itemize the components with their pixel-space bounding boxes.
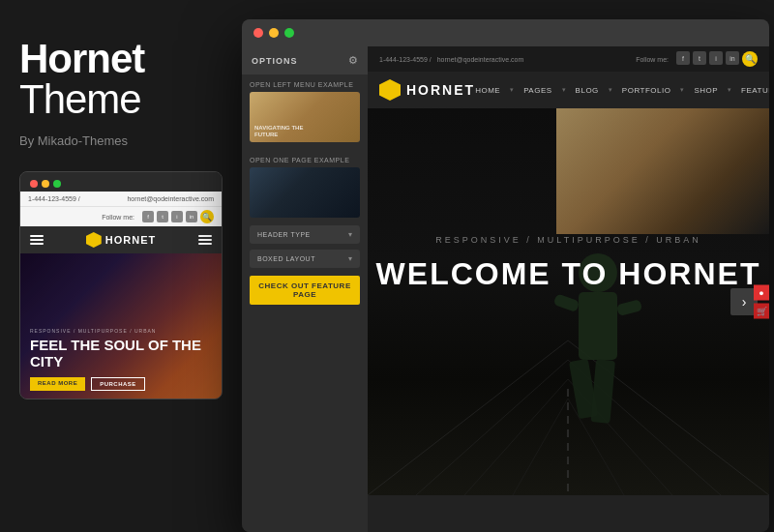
theme-title-light: Theme (19, 79, 213, 120)
hamburger-icon-left[interactable] (30, 235, 44, 245)
site-linkedin-icon[interactable]: in (726, 51, 739, 65)
main-browser-window: OPTIONS ⚙ OPEN LEFT MENU EXAMPLE NAVIGAT… (242, 19, 769, 532)
nav-link-pages[interactable]: PAGES (523, 86, 551, 95)
one-page-preview-img (250, 167, 360, 218)
site-logo-text: HORNET (406, 82, 475, 98)
site-email: hornet@qodeinteractive.com (437, 56, 524, 63)
hero-main-title: WELCOME TO HORNET (376, 256, 761, 292)
twitter-icon: t (157, 211, 168, 222)
header-type-label: HEADER TYPE (257, 231, 311, 238)
hamburger-icon-right[interactable] (198, 235, 212, 245)
mobile-hero-title: FEEL THE SOUL OF THE CITY (30, 338, 222, 369)
boxed-layout-dropdown[interactable]: BOXED LAYOUT ▾ (250, 250, 360, 268)
hero-tagline: RESPONSIVE / MULTIPURPOSE / URBAN (376, 235, 761, 245)
site-logo-hex-icon (379, 79, 401, 101)
purchase-button[interactable]: PURCHASE (91, 377, 145, 391)
mobile-phone: 1-444-123-4559 / (28, 195, 80, 202)
dot-yellow (42, 180, 49, 188)
mobile-hero: RESPONSIVE / MULTIPURPOSE / URBAN FEEL T… (20, 253, 222, 399)
options-header: OPTIONS ⚙ (242, 46, 368, 74)
hero-side-buttons: ● 🛒 (754, 285, 769, 319)
mobile-email: hornet@qodeinteractive.com (127, 195, 214, 202)
site-hero-section: RESPONSIVE / MULTIPURPOSE / URBAN WELCOM… (368, 108, 769, 495)
chevron-down-icon: ▾ (348, 230, 352, 239)
site-nav-links: HOME ▾ PAGES ▾ BLOG ▾ PORTFOLIO ▾ SHOP ▾… (475, 86, 769, 95)
hero-center-content: RESPONSIVE / MULTIPURPOSE / URBAN WELCOM… (376, 235, 761, 292)
nav-link-blog[interactable]: BLOG (576, 86, 599, 95)
mobile-preview-card: 1-444-123-4559 / hornet@qodeinteractive.… (19, 171, 223, 399)
browser-title-bar (242, 19, 769, 46)
browser-dot-green (284, 28, 294, 38)
mobile-hero-text: RESPONSIVE / MULTIPURPOSE / URBAN FEEL T… (30, 328, 222, 369)
svg-rect-10 (579, 292, 617, 360)
mobile-info-bar: 1-444-123-4559 / hornet@qodeinteractive.… (20, 192, 222, 206)
site-phone: 1-444-123-4559 / (379, 56, 432, 63)
one-page-preview[interactable] (250, 167, 360, 218)
theme-author: By Mikado-Themes (19, 133, 213, 148)
read-more-button[interactable]: READ MORE (30, 377, 85, 391)
checkout-feature-button[interactable]: CHECK OUT FEATURE PAGE (250, 276, 360, 305)
dot-red (30, 180, 38, 188)
follow-label: Follow me: (102, 214, 134, 221)
site-follow-label: Follow me: (636, 56, 669, 63)
site-logo: HORNET (379, 79, 475, 101)
instagram-icon: i (171, 211, 183, 222)
nav-link-features[interactable]: FEATURES (741, 86, 769, 95)
site-contact-info: 1-444-123-4559 / hornet@qodeinteractive.… (379, 56, 523, 63)
mobile-logo: HORNET (86, 232, 156, 248)
hero-shoe-image (556, 108, 769, 234)
site-instagram-icon[interactable]: i (709, 51, 723, 65)
left-menu-preview-img: NAVIGATING THEFUTURE (250, 92, 360, 142)
gear-icon[interactable]: ⚙ (348, 54, 358, 67)
browser-dot-yellow (269, 28, 279, 38)
site-facebook-icon[interactable]: f (676, 51, 690, 65)
site-twitter-icon[interactable]: t (693, 51, 706, 65)
mobile-tagline: RESPONSIVE / MULTIPURPOSE / URBAN (30, 328, 222, 334)
site-follow-bar: Follow me: f t i in 🔍 (636, 51, 758, 67)
linkedin-icon: in (186, 211, 197, 222)
browser-dot-red (253, 28, 263, 38)
mobile-hero-buttons: READ MORE PURCHASE (30, 377, 145, 391)
site-top-bar: 1-444-123-4559 / hornet@qodeinteractive.… (368, 46, 769, 72)
social-icons-row: f t i in 🔍 (142, 210, 214, 223)
mobile-window-dots (30, 180, 61, 188)
svg-rect-13 (552, 293, 580, 312)
mobile-nav-bar: HORNET (20, 226, 222, 253)
red-button-top[interactable]: ● (754, 285, 769, 301)
nav-link-home[interactable]: HOME (475, 86, 500, 95)
nav-link-portfolio[interactable]: PORTFOLIO (622, 86, 671, 95)
left-panel: Hornet Theme By Mikado-Themes 1-444-123-… (0, 0, 232, 532)
facebook-icon: f (142, 211, 154, 222)
site-nav-bar: HORNET HOME ▾ PAGES ▾ BLOG ▾ PORTFOLIO ▾… (368, 72, 769, 108)
red-button-bottom[interactable]: 🛒 (754, 304, 769, 319)
chevron-down-icon-2: ▾ (348, 254, 352, 263)
options-label: OPTIONS (252, 56, 298, 66)
open-one-page-label: OPEN ONE PAGE EXAMPLE (242, 150, 368, 167)
site-search-icon[interactable]: 🔍 (742, 51, 758, 67)
mobile-follow-bar: Follow me: f t i in 🔍 (20, 206, 222, 226)
header-type-dropdown[interactable]: HEADER TYPE ▾ (250, 225, 360, 244)
browser-content: OPTIONS ⚙ OPEN LEFT MENU EXAMPLE NAVIGAT… (242, 46, 769, 532)
svg-rect-12 (590, 359, 615, 423)
site-social-icons: f t i in 🔍 (676, 51, 758, 67)
svg-rect-14 (616, 299, 642, 316)
nav-link-shop[interactable]: SHOP (694, 86, 718, 95)
left-menu-preview[interactable]: NAVIGATING THEFUTURE (250, 92, 360, 142)
boxed-layout-label: BOXED LAYOUT (257, 255, 315, 262)
preview1-overlay-text: NAVIGATING THEFUTURE (254, 125, 303, 138)
website-preview: 1-444-123-4559 / hornet@qodeinteractive.… (368, 46, 769, 532)
search-icon-yellow[interactable]: 🔍 (200, 210, 214, 223)
dot-green (53, 180, 61, 188)
mobile-logo-text: HORNET (105, 234, 156, 246)
theme-title-bold: Hornet (19, 39, 213, 79)
open-left-menu-label: OPEN LEFT MENU EXAMPLE (242, 74, 368, 92)
options-panel: OPTIONS ⚙ OPEN LEFT MENU EXAMPLE NAVIGAT… (242, 46, 368, 532)
mobile-titlebar (20, 172, 222, 192)
logo-hex-icon (86, 232, 102, 248)
